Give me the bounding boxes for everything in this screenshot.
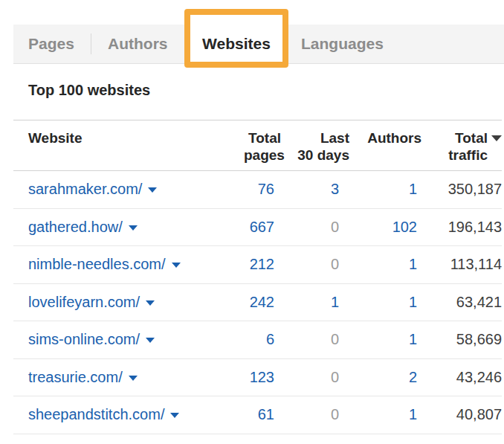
website-link[interactable]: sarahmaker.com/ [28,181,142,197]
authors-value[interactable]: 1 [409,181,417,197]
tab-bar: Pages Authors Websites Languages [13,25,504,64]
website-link[interactable]: sims-online.com/ [28,331,140,347]
tab-websites-label: Websites [202,25,271,63]
authors-value[interactable]: 1 [409,256,417,272]
tab-pages[interactable]: Pages [28,25,74,63]
total-traffic-value: 113,114 [450,256,502,272]
website-dropdown-caret-icon[interactable] [148,187,157,193]
total-pages-value[interactable]: 61 [258,406,274,422]
total-pages-value[interactable]: 242 [250,294,274,310]
authors-value[interactable]: 2 [409,369,417,385]
column-header-website[interactable]: Website [13,129,244,170]
column-header-last-30-days[interactable]: Last 30 days [281,129,349,170]
app-screen: Pages Authors Websites Languages Top 100… [0,0,504,444]
total-traffic-value: 40,807 [456,406,502,422]
authors-value[interactable]: 1 [409,331,417,347]
total-pages-value[interactable]: 212 [250,256,274,272]
website-link[interactable]: sheepandstitch.com/ [28,406,164,422]
tab-divider [91,33,91,54]
total-traffic-value: 350,187 [448,181,502,197]
column-header-authors[interactable]: Authors [349,129,421,170]
tab-languages[interactable]: Languages [301,25,384,63]
authors-value[interactable]: 102 [392,219,417,235]
authors-value[interactable]: 1 [409,294,417,310]
website-dropdown-caret-icon[interactable] [129,376,138,381]
last-30-days-value[interactable]: 0 [331,256,339,272]
website-link[interactable]: gathered.how/ [28,219,123,235]
table-row: nimble-needles.com/ 212 0 1 113,114 [13,246,502,284]
website-link[interactable]: treasurie.com/ [28,369,123,385]
tab-authors[interactable]: Authors [108,25,168,63]
section-title: Top 100 websites [28,82,150,99]
total-traffic-value: 43,246 [456,369,502,385]
tab-websites[interactable]: Websites [187,25,285,64]
total-traffic-value: 63,421 [456,294,502,310]
last-30-days-value[interactable]: 0 [331,369,339,385]
website-dropdown-caret-icon[interactable] [172,263,181,268]
column-header-total-traffic[interactable]: Total traffic [421,129,502,170]
top-websites-table: Website Total pages Last 30 days Authors… [13,120,502,434]
total-traffic-value: 58,669 [456,331,502,347]
total-pages-value[interactable]: 76 [258,181,274,197]
table-row: sims-online.com/ 6 0 1 58,669 [13,321,502,359]
total-pages-value[interactable]: 667 [250,219,274,235]
last-30-days-value[interactable]: 0 [331,331,339,347]
last-30-days-value[interactable]: 0 [331,219,339,235]
total-traffic-value: 196,143 [448,219,502,235]
last-30-days-value[interactable]: 3 [331,181,339,197]
authors-value[interactable]: 1 [409,406,417,422]
last-30-days-value[interactable]: 0 [331,406,339,422]
table-header-row: Website Total pages Last 30 days Authors… [13,120,502,171]
website-dropdown-caret-icon[interactable] [129,225,138,231]
column-header-total-pages[interactable]: Total pages [244,129,281,170]
table-row: sarahmaker.com/ 76 3 1 350,187 [13,171,502,209]
table-row: sheepandstitch.com/ 61 0 1 40,807 [13,396,502,434]
website-link[interactable]: lovelifeyarn.com/ [28,294,140,310]
website-dropdown-caret-icon[interactable] [146,338,155,343]
website-dropdown-caret-icon[interactable] [170,413,179,418]
table-row: lovelifeyarn.com/ 242 1 1 63,421 [13,284,502,322]
table-row: treasurie.com/ 123 0 2 43,246 [13,359,502,397]
website-link[interactable]: nimble-needles.com/ [28,256,166,272]
last-30-days-value[interactable]: 1 [331,294,339,310]
website-dropdown-caret-icon[interactable] [146,300,155,306]
total-pages-value[interactable]: 123 [250,369,274,385]
sort-descending-icon [491,135,502,141]
total-pages-value[interactable]: 6 [266,331,274,347]
table-row: gathered.how/ 667 0 102 196,143 [13,209,502,247]
